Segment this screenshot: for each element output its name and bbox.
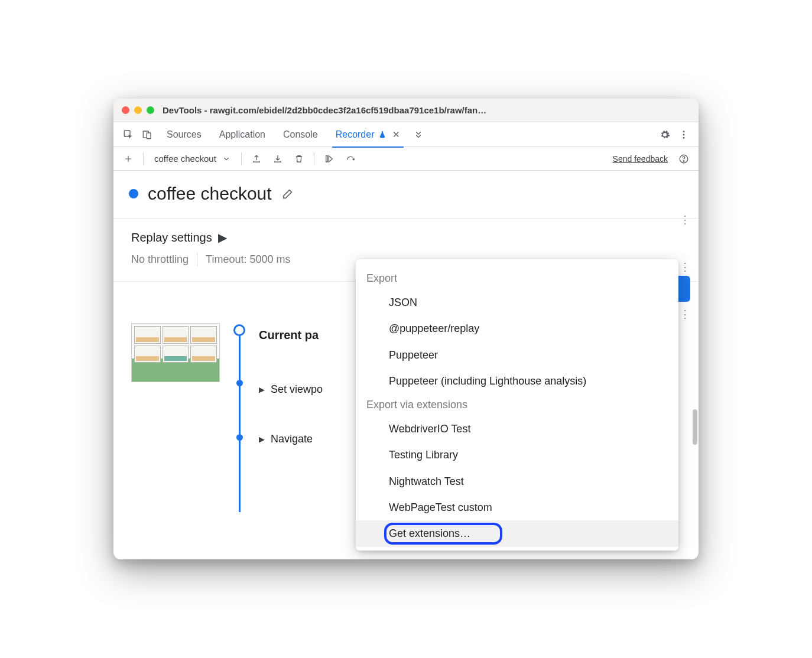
window-title: DevTools - rawgit.com/ebidel/2d2bb0cdec3…: [163, 105, 486, 115]
divider: [314, 152, 314, 165]
step-kebab-icon[interactable]: ⋮: [680, 265, 690, 269]
triangle-right-icon: ▶: [259, 435, 265, 444]
export-option-puppeteer-lighthouse[interactable]: Puppeteer (including Lighthouse analysis…: [356, 368, 678, 394]
traffic-lights: [122, 106, 154, 114]
step-kebab-icon[interactable]: ⋮: [680, 312, 690, 316]
recording-picker[interactable]: coffee checkout: [150, 154, 235, 164]
settings-gear-icon[interactable]: [656, 126, 674, 144]
divider: [197, 253, 197, 266]
step-label: Set viewpo: [271, 383, 323, 396]
export-option-json[interactable]: JSON: [356, 289, 678, 315]
export-option-webpagetest[interactable]: WebPageTest custom: [356, 494, 678, 520]
send-feedback-link[interactable]: Send feedback: [613, 154, 668, 164]
timeout-value[interactable]: Timeout: 5000 ms: [206, 253, 290, 266]
export-option-testing-library[interactable]: Testing Library: [356, 442, 678, 468]
step-kebab-icon[interactable]: ⋮: [680, 218, 690, 221]
export-option-puppeteer-replay[interactable]: @puppeteer/replay: [356, 315, 678, 341]
timeline-node[interactable]: [233, 324, 245, 336]
step-play-icon[interactable]: [320, 150, 338, 168]
status-dot-icon: [129, 189, 138, 198]
tab-recorder[interactable]: Recorder ✕: [327, 122, 408, 147]
export-option-webdriverio[interactable]: WebdriverIO Test: [356, 416, 678, 442]
timeline-dot[interactable]: [236, 434, 243, 441]
chevron-down-icon: [222, 155, 230, 163]
export-option-get-extensions[interactable]: Get extensions…: [356, 520, 678, 546]
export-section-label: Export: [356, 268, 678, 289]
divider: [143, 152, 144, 165]
tab-application[interactable]: Application: [211, 122, 274, 147]
recording-header: coffee checkout: [113, 171, 699, 219]
kebab-menu-icon[interactable]: [675, 126, 693, 144]
tab-label: Recorder: [336, 129, 375, 140]
tab-sources[interactable]: Sources: [158, 122, 210, 147]
export-icon[interactable]: [248, 150, 265, 168]
svg-point-7: [353, 158, 354, 159]
experiment-flask-icon: [378, 131, 386, 139]
import-icon[interactable]: [269, 150, 287, 168]
svg-point-4: [683, 133, 685, 135]
triangle-right-icon: ▶: [259, 385, 265, 394]
minimize-window-button[interactable]: [134, 106, 142, 114]
timeline-dot[interactable]: [236, 380, 243, 386]
inspect-element-icon[interactable]: [119, 126, 137, 144]
tab-console[interactable]: Console: [275, 122, 326, 147]
titlebar: DevTools - rawgit.com/ebidel/2d2bb0cdec3…: [113, 99, 699, 122]
export-via-extensions-label: Export via extensions: [356, 394, 678, 416]
delete-icon[interactable]: [290, 150, 308, 168]
export-option-nightwatch[interactable]: Nightwatch Test: [356, 468, 678, 494]
scrollbar-thumb[interactable]: [693, 409, 697, 445]
svg-point-3: [683, 131, 685, 132]
device-toolbar-icon[interactable]: [138, 126, 156, 144]
throttling-value[interactable]: No throttling: [131, 253, 189, 266]
maximize-window-button[interactable]: [147, 106, 154, 114]
new-recording-icon[interactable]: [119, 150, 137, 168]
triangle-right-icon: ▶: [218, 230, 227, 245]
tab-label: Application: [219, 129, 265, 140]
replay-settings-toggle[interactable]: Replay settings ▶: [131, 230, 681, 245]
replay-arc-icon[interactable]: [342, 150, 359, 168]
step-actions-column: ⋮ ⋮ ⋮: [680, 218, 690, 316]
svg-point-9: [683, 161, 684, 162]
help-icon[interactable]: [675, 150, 693, 168]
step-label: Current pa: [259, 328, 319, 342]
svg-point-5: [683, 136, 685, 138]
edit-pencil-icon[interactable]: [281, 187, 294, 200]
devtools-tabstrip: Sources Application Console Recorder ✕: [113, 122, 699, 147]
export-dropdown: Export JSON @puppeteer/replay Puppeteer …: [356, 259, 678, 550]
page-thumbnail: [131, 323, 220, 382]
svg-rect-2: [147, 133, 151, 139]
timeline: [232, 323, 247, 477]
close-window-button[interactable]: [122, 106, 129, 114]
svg-rect-6: [326, 155, 327, 162]
export-option-puppeteer[interactable]: Puppeteer: [356, 342, 678, 368]
recorder-toolbar: coffee checkout Send feedback: [113, 147, 699, 171]
recorder-main: coffee checkout Replay settings ▶ No thr…: [113, 171, 699, 559]
close-tab-icon[interactable]: ✕: [392, 129, 400, 140]
replay-settings-label: Replay settings: [131, 231, 212, 245]
recording-picker-label: coffee checkout: [154, 154, 216, 164]
more-tabs-icon[interactable]: [410, 126, 427, 144]
tab-label: Console: [283, 129, 318, 140]
devtools-window: DevTools - rawgit.com/ebidel/2d2bb0cdec3…: [113, 99, 699, 559]
export-option-label: Get extensions…: [389, 527, 470, 539]
recording-title: coffee checkout: [148, 184, 272, 204]
step-label: Navigate: [271, 433, 313, 445]
divider: [241, 152, 242, 165]
tab-label: Sources: [167, 129, 202, 140]
